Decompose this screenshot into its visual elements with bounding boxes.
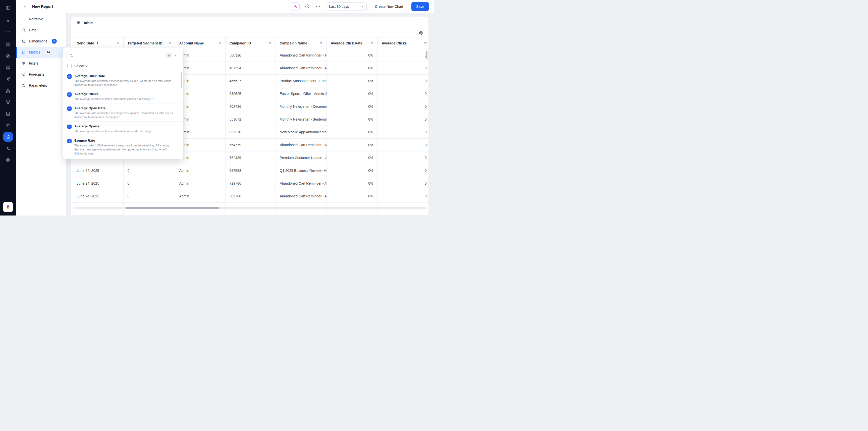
page-title: New Report xyxy=(32,4,53,8)
metric-checkbox[interactable] xyxy=(67,74,71,79)
metric-list-item: Average Clicks The average number of tim… xyxy=(63,89,183,103)
ai-assistant-button[interactable] xyxy=(291,2,300,11)
report-document-icon[interactable] xyxy=(3,132,13,142)
select-all-checkbox[interactable] xyxy=(67,64,71,68)
filter-funnel-icon[interactable] xyxy=(168,41,172,45)
filter-funnel-icon[interactable] xyxy=(218,41,222,45)
chevron-down-icon: ▾ xyxy=(356,5,364,8)
cell-click-rate: 0% xyxy=(327,100,377,113)
metric-title: Bounce Rate xyxy=(74,138,173,143)
cell-clicks: 0 xyxy=(377,164,429,177)
cell-clicks: 0 xyxy=(377,62,429,74)
workflow-icon[interactable] xyxy=(3,97,13,107)
cell-click-rate: 0% xyxy=(327,113,377,126)
explore-compass-icon[interactable] xyxy=(304,3,311,10)
date-range-select[interactable]: Last 30 days ▾ xyxy=(326,2,367,11)
save-button[interactable]: Save xyxy=(411,2,429,11)
metrics-count-badge: 14 xyxy=(45,50,52,55)
cell-clicks: 0 xyxy=(377,100,429,113)
database-icon[interactable] xyxy=(3,109,13,119)
grid-dots-icon[interactable] xyxy=(3,28,13,38)
dimensions-count-badge: 5 xyxy=(52,39,57,44)
sidebar-item-parameters[interactable]: Parameters xyxy=(16,80,66,91)
metric-list: Average Click Rate The average rate at w… xyxy=(63,71,183,159)
metric-search-input[interactable] xyxy=(75,54,164,58)
filter-funnel-icon[interactable] xyxy=(319,41,323,45)
cell-campaign-id: 487394 xyxy=(225,62,276,74)
filter-funnel-icon[interactable] xyxy=(116,41,120,45)
clear-search-icon[interactable]: ✕ xyxy=(174,54,177,58)
cell-segment-id: 0 xyxy=(123,190,175,203)
table-settings-gear-icon[interactable] xyxy=(417,29,425,36)
sidebar-item-forecasts[interactable]: Forecasts xyxy=(16,69,66,80)
sidebar-item-data[interactable]: Data xyxy=(16,25,66,36)
column-header-campaign-name[interactable]: Campaign Name xyxy=(276,37,327,49)
metric-list-item: Bounce Rate The rate at which ZMP receiv… xyxy=(63,136,183,158)
cell-clicks: 0 xyxy=(377,74,429,87)
metric-checkbox[interactable] xyxy=(67,92,71,97)
sidebar-item-label: Metrics xyxy=(29,50,40,54)
metric-checkbox[interactable] xyxy=(67,106,71,111)
widget-header: Table ⋯ xyxy=(71,17,429,29)
cell-campaign-name: Q1 2025 Business Review - Adr xyxy=(276,164,327,177)
filter-funnel-icon[interactable] xyxy=(424,41,427,45)
cell-click-rate: 0% xyxy=(327,177,377,190)
metric-title: Average Opens xyxy=(74,124,152,128)
cell-campaign-id: 630525 xyxy=(225,87,276,100)
metric-checkbox[interactable] xyxy=(67,125,71,129)
cell-campaign-name: Abandoned Cart Reminder - Ad xyxy=(276,190,327,203)
sidebar-item-metrics[interactable]: Metrics 14 xyxy=(16,47,66,58)
filter-funnel-icon[interactable] xyxy=(370,41,374,45)
filter-funnel-icon[interactable] xyxy=(269,41,272,45)
cube-icon xyxy=(22,39,26,43)
data-file-icon xyxy=(22,28,26,32)
filter-lines-icon xyxy=(22,61,26,66)
ai-sparkle-icon[interactable] xyxy=(3,17,13,26)
cell-campaign-id: 465527 xyxy=(225,74,276,87)
settings-icon[interactable] xyxy=(3,155,13,165)
compass-icon[interactable] xyxy=(3,51,13,61)
metric-title: Average Clicks xyxy=(74,92,153,96)
column-header-average-clicks[interactable]: Average Clicks xyxy=(377,37,429,49)
cell-clicks: 0 xyxy=(377,87,429,100)
cell-campaign-id: 652370 xyxy=(225,126,276,138)
horizontal-scrollbar[interactable] xyxy=(73,207,427,209)
panel-toggle-icon[interactable] xyxy=(3,3,13,12)
cell-click-rate: 0% xyxy=(327,126,377,138)
cell-campaign-name: Abandoned Cart Reminder - Ad xyxy=(276,49,327,62)
cell-click-rate: 0% xyxy=(327,151,377,164)
cell-campaign-id: 586320 xyxy=(225,49,276,62)
sidebar-item-label: Forecasts xyxy=(29,72,44,76)
cell-click-rate: 0% xyxy=(327,49,377,62)
apps-icon[interactable] xyxy=(3,40,13,49)
send-icon[interactable] xyxy=(3,74,13,84)
widget-more-button[interactable]: ⋯ xyxy=(416,19,424,26)
create-new-chart-button[interactable]: Create New Chart xyxy=(371,2,407,11)
sidebar-item-filters[interactable]: Filters xyxy=(16,58,66,69)
hierarchy-icon[interactable] xyxy=(3,86,13,95)
back-button[interactable] xyxy=(21,3,29,10)
popover-scrollbar-thumb[interactable] xyxy=(181,72,182,88)
target-icon[interactable] xyxy=(3,63,13,72)
column-header-campaign-id[interactable]: Campaign ID xyxy=(225,37,276,49)
horizontal-scrollbar-thumb[interactable] xyxy=(126,207,219,209)
sidebar-item-narrative[interactable]: Narrative xyxy=(16,13,66,25)
metric-checkbox[interactable] xyxy=(67,139,71,143)
column-header-average-click-rate[interactable]: Average Click Rate xyxy=(327,37,377,49)
cell-segment-id: 0 xyxy=(123,164,175,177)
cell-click-rate: 0% xyxy=(327,138,377,151)
sidebar-item-label: Data xyxy=(29,28,36,32)
sidebar-item-dimensions[interactable]: Dimensions 5 xyxy=(16,36,66,47)
metric-description: The average rate at which a message was … xyxy=(74,79,173,87)
cell-click-rate: 0% xyxy=(327,62,377,74)
more-options-button[interactable]: ⋯ xyxy=(315,3,322,10)
column-header-account-name[interactable]: Account Name xyxy=(175,37,225,49)
search-icon xyxy=(69,54,73,58)
ellipsis-icon: ⋯ xyxy=(417,20,423,25)
cell-clicks: 0 xyxy=(377,49,429,62)
metric-list-item: Average Click Rate The average rate at w… xyxy=(63,71,183,89)
report-sidebar: Narrative Data Dimensions 5 Metrics 14 F… xyxy=(16,13,67,216)
layers-icon[interactable] xyxy=(3,121,13,130)
sparkles-icon[interactable] xyxy=(3,144,13,153)
vertical-scrollbar-thumb[interactable] xyxy=(426,51,428,59)
